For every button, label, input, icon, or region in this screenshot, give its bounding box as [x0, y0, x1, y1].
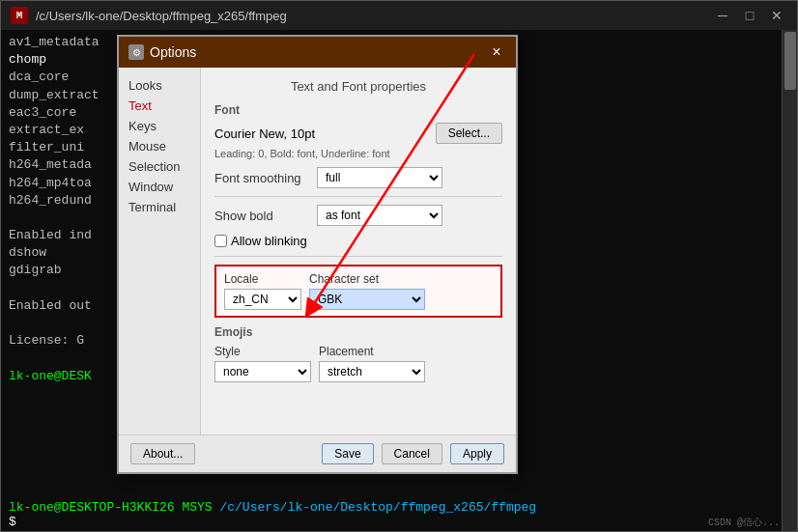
divider2 [214, 256, 502, 257]
font-smoothing-row: Font smoothing none partial full [214, 167, 502, 188]
sidebar-item-keys[interactable]: Keys [119, 116, 200, 136]
dialog-title-bar: ⚙ Options × [119, 37, 516, 68]
sidebar-item-mouse[interactable]: Mouse [119, 136, 200, 156]
show-bold-row: Show bold as font bold dim [214, 205, 502, 226]
dialog-body: Looks Text Keys Mouse Selection Window T… [119, 68, 516, 434]
window-title: /c/Users/lk-one/Desktop/ffmpeg_x265/ffmp… [36, 9, 712, 23]
show-bold-select[interactable]: as font bold dim [317, 205, 442, 226]
bottom-bar: lk-one@DESKTOP-H3KKI26 MSYS /c/Users/lk-… [1, 498, 782, 531]
font-smoothing-select[interactable]: none partial full [317, 167, 442, 188]
dialog-close-button[interactable]: × [487, 42, 506, 62]
section-title: Text and Font properties [214, 79, 502, 94]
close-window-button[interactable]: ✕ [766, 5, 787, 26]
charset-col: Character set GBK UTF-8 GB2312 [309, 272, 425, 310]
allow-blinking-checkbox[interactable] [214, 235, 227, 247]
locale-col: Locale zh_CN en_US C [224, 272, 301, 310]
maximize-button[interactable]: □ [739, 5, 760, 26]
bottom-line-text: lk-one@DESKTOP-H3KKI26 MSYS [9, 500, 219, 515]
sidebar-item-window[interactable]: Window [119, 177, 200, 197]
emojis-placement-label: Placement [319, 345, 425, 358]
about-button[interactable]: About... [130, 443, 195, 464]
locale-label: Locale [224, 272, 301, 286]
dialog-icon: ⚙ [128, 44, 144, 60]
scrollbar[interactable] [782, 30, 797, 531]
emojis-style-label: Style [214, 345, 311, 358]
emojis-placement-select[interactable]: stretch align-to-font center [319, 361, 425, 382]
sidebar-item-selection[interactable]: Selection [119, 156, 200, 177]
window-controls: ─ □ ✕ [712, 5, 787, 26]
font-name: Courier New, 10pt [214, 126, 428, 141]
dialog-main-panel: Text and Font properties Font Courier Ne… [201, 68, 516, 434]
divider [214, 196, 502, 197]
emojis-style-col: Style none openmoji noto [214, 345, 311, 382]
font-smoothing-label: Font smoothing [214, 171, 311, 185]
allow-blinking-label: Allow blinking [231, 234, 307, 248]
font-row: Courier New, 10pt Select... [214, 123, 502, 144]
font-section-label: Font [214, 103, 502, 117]
options-dialog: ⚙ Options × Looks Text Keys Mouse Select… [117, 35, 518, 474]
show-bold-label: Show bold [214, 209, 311, 223]
charset-select[interactable]: GBK UTF-8 GB2312 [309, 289, 425, 310]
dialog-footer: About... Save Cancel Apply [119, 434, 516, 472]
app-icon: M [11, 7, 28, 24]
allow-blinking-row: Allow blinking [214, 234, 502, 248]
dialog-sidebar: Looks Text Keys Mouse Selection Window T… [119, 68, 201, 434]
apply-button[interactable]: Apply [450, 443, 504, 464]
select-font-button[interactable]: Select... [436, 123, 502, 144]
emojis-section-label: Emojis [214, 325, 502, 339]
emojis-style-select[interactable]: none openmoji noto [214, 361, 311, 382]
save-button[interactable]: Save [322, 443, 373, 464]
locale-select[interactable]: zh_CN en_US C [224, 289, 301, 310]
locale-charset-box: Locale zh_CN en_US C Character set GBK U… [214, 265, 502, 318]
watermark: CSDN @信心... [708, 516, 780, 529]
footer-right: Save Cancel Apply [322, 443, 504, 464]
minimize-button[interactable]: ─ [712, 5, 733, 26]
prompt: $ [9, 515, 16, 529]
dialog-title: Options [150, 44, 487, 60]
charset-label: Character set [309, 272, 425, 286]
sidebar-item-text[interactable]: Text [119, 96, 200, 116]
title-bar: M /c/Users/lk-one/Desktop/ffmpeg_x265/ff… [1, 1, 797, 30]
sidebar-item-terminal[interactable]: Terminal [119, 197, 200, 217]
sidebar-item-looks[interactable]: Looks [119, 75, 200, 96]
scrollbar-thumb[interactable] [784, 32, 796, 90]
emojis-row: Style none openmoji noto Placement stret… [214, 345, 502, 382]
terminal-window: M /c/Users/lk-one/Desktop/ffmpeg_x265/ff… [0, 0, 798, 532]
emojis-placement-col: Placement stretch align-to-font center [319, 345, 425, 382]
font-meta: Leading: 0, Bold: font, Underline: font [214, 148, 502, 159]
cancel-button[interactable]: Cancel [382, 443, 442, 464]
